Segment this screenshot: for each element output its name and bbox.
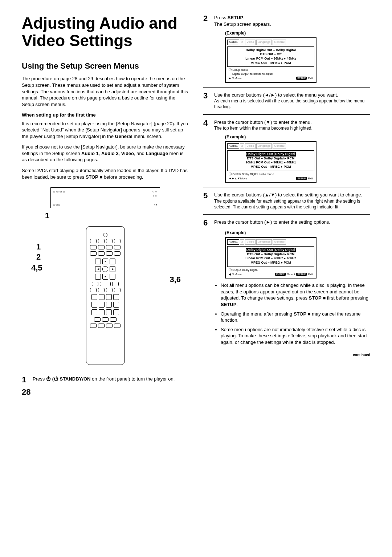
text-span: ■ first before pressing	[322, 295, 368, 301]
osd-nav-icon: ◀ ▼Move	[229, 273, 242, 276]
text-span: menu screen.	[132, 134, 162, 139]
text-span: ,	[99, 151, 101, 156]
page-title: Adjusting Audio and Video Settings	[22, 15, 189, 50]
osd-foot-text: Select	[287, 273, 295, 276]
step-2-text: Press SETUP.	[214, 15, 370, 21]
bold-text: STOP	[309, 295, 322, 301]
callout-1-remote: 1	[36, 241, 41, 252]
osd-info: ⓘ Output Dolby Digital	[227, 268, 314, 272]
osd-line: DTS Out – Dolby Digital ▸ PCM	[229, 252, 313, 257]
osd-tab: Language	[256, 239, 272, 244]
osd-tab: 2	[240, 40, 244, 45]
osd-info: ⓘ Switch Dolby Digital audio mode	[227, 172, 314, 176]
step-4-subtext: The top item within the menu becomes hig…	[214, 125, 370, 131]
osd-line: MPEG Out – MPEG ▸ PCM	[229, 61, 313, 65]
text-span: ,	[119, 151, 121, 156]
osd-tab: Language	[256, 40, 272, 45]
text-span: .	[236, 302, 238, 307]
osd-foot-text: Exit	[308, 77, 313, 80]
osd-tab: Video	[245, 143, 255, 149]
example-label-3: (Example)	[225, 230, 370, 236]
osd-nav-icon: ◄►▲▼Move	[229, 177, 247, 180]
divider	[203, 114, 370, 115]
osd-line: MPEG Out – MPEG ▸ PCM	[229, 165, 313, 169]
callout-36-remote: 3,6	[170, 274, 181, 285]
text-span: ■ before proceeding.	[98, 174, 143, 180]
step-4-number: 4	[203, 119, 210, 131]
text-span: It is recommended to set up player using…	[22, 121, 188, 139]
osd-tab: General	[273, 143, 286, 149]
first-time-p2: If you choose not to use the [Setup Navi…	[22, 144, 189, 163]
text-span: Operating the menu after pressing	[221, 311, 294, 317]
osd-line: Dolby Digital Out – Dolby Digital	[229, 48, 313, 53]
bold-text: Language	[146, 151, 168, 156]
osd-foot-text: Exit	[308, 273, 313, 276]
step-6-number: 6	[203, 219, 210, 227]
bold-text: General	[115, 134, 132, 139]
note-item: Operating the menu after pressing STOP ■…	[221, 311, 370, 324]
osd-info: Digital output format/tone adjust	[227, 72, 314, 76]
osd-pill: SETUP	[296, 177, 307, 180]
step-3-number: 3	[203, 92, 210, 110]
player-diagram: ▭ ▭ ▭ ▭ ○ ○ ○ ○ ▭▭▭ ◂ ▸ 1	[22, 187, 189, 219]
continued-label: continued	[203, 353, 370, 358]
step-6-text: Press the cursor button (►) to enter the…	[214, 219, 370, 225]
intro-paragraph: The procedure on page 28 and 29 describe…	[22, 76, 189, 107]
osd-line: 96kHz PCM Out – 96kHz ▸ 48kHz	[229, 160, 313, 165]
osd-foot-text: Move	[240, 177, 248, 180]
note-item: Some menu options are not immediately ef…	[221, 326, 370, 346]
step-4-text: Press the cursor button (▼) to enter the…	[214, 119, 370, 126]
osd-highlight: Dolby Digital	[274, 152, 296, 156]
osd-tab: Language	[256, 143, 272, 149]
bold-text: STOP	[86, 174, 98, 180]
remote-diagram: 1 2 4,5 3,6 ▲ ◀ ▶	[47, 226, 163, 365]
osd-tab: Video	[245, 239, 255, 244]
step-5-number: 5	[203, 192, 210, 210]
osd-foot-text: Move	[234, 273, 242, 276]
osd-line: MPEG Out – MPEG ▸ PCM	[229, 261, 313, 265]
bold-text: STANDBY/ON	[60, 376, 90, 382]
example-label-1: (Example)	[225, 30, 370, 36]
step-3-text: Use the cursor buttons (◄/►) to select t…	[214, 92, 370, 98]
osd-highlight: Dolby Digital Out	[246, 152, 274, 156]
text-span: , and	[134, 151, 146, 156]
section-heading: Using the Setup Screen Menus	[22, 61, 189, 72]
osd-highlight: Dolby Digital	[274, 248, 296, 252]
osd-info: ⓘ Setup audio	[227, 68, 314, 72]
osd-screenshot-2: Audio1 2 Video Language General Dolby Di…	[225, 141, 317, 183]
step-5-text: Use the cursor buttons (▲/▼) to select t…	[214, 192, 370, 198]
bold-text: Video	[121, 151, 134, 156]
step-1-text: Press ⏻ (⏻ STANDBY/ON on the front panel…	[33, 376, 189, 384]
osd-tab: General	[273, 40, 286, 45]
osd-foot-text: Exit	[308, 177, 313, 180]
osd-foot-text: Move	[234, 77, 242, 80]
osd-tab: Audio1	[227, 239, 239, 244]
notes-list: Not all menu options can be changed whil…	[215, 282, 370, 345]
osd-pill: SETUP	[296, 77, 307, 80]
divider	[203, 187, 370, 187]
callout-45-remote: 4,5	[31, 263, 42, 273]
step-5-subtext: The options available for each setting a…	[214, 198, 370, 210]
step-3-subtext: As each menu is selected with the cursor…	[214, 98, 370, 110]
osd-line: Linear PCM Out – 96kHz ▸ 48kHz	[229, 57, 313, 61]
divider	[203, 87, 370, 88]
osd-highlight: Dolby Digital Out	[246, 248, 274, 252]
bold-text: SETUP	[228, 15, 243, 20]
note-item: Not all menu options can be changed whil…	[221, 282, 370, 308]
osd-line-hl: Dolby Digital Out Dolby Digital	[229, 152, 313, 156]
step-2-subtext: The Setup screen appears.	[214, 21, 370, 28]
osd-pill: ENTER	[275, 273, 286, 276]
callout-2-remote: 2	[36, 252, 41, 263]
step-2-number: 2	[203, 15, 210, 27]
bold-text: Audio 1	[81, 151, 99, 156]
osd-screenshot-1: Audio1 2 Video Language General Dolby Di…	[225, 37, 317, 82]
osd-line-hl: Dolby Digital Out Dolby Digital	[229, 248, 313, 252]
first-time-p1: It is recommended to set up player using…	[22, 121, 189, 140]
first-time-heading: When setting up for the first time	[22, 112, 189, 118]
bold-text: Audio 2	[101, 151, 119, 156]
text-span: .	[243, 15, 245, 20]
osd-tab: 2	[240, 239, 244, 244]
callout-1-player: 1	[0, 210, 131, 221]
text-span: on the front panel) to turn the player o…	[90, 376, 175, 382]
step-1-number: 1	[22, 376, 28, 384]
